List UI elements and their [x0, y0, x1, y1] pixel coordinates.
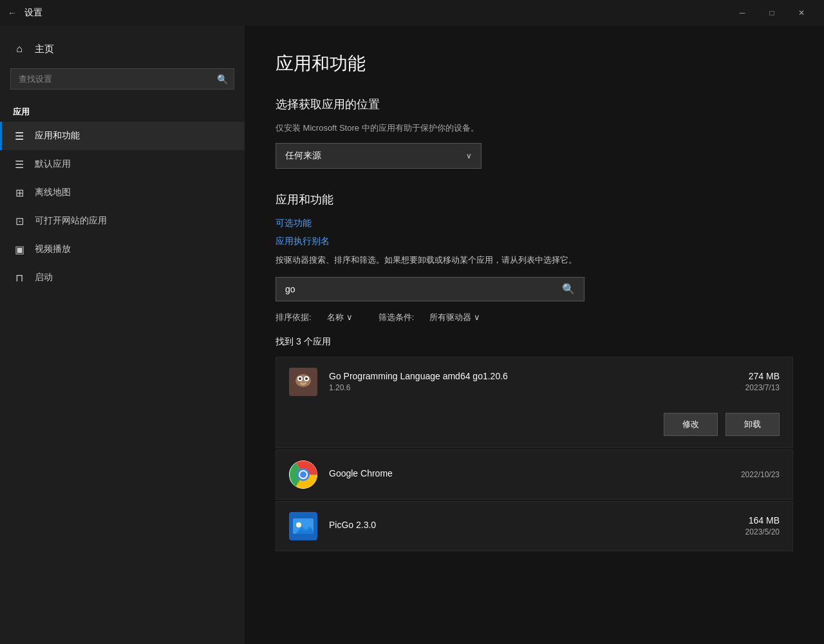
- picgo-app-name: PicGo 2.3.0: [329, 520, 745, 530]
- search-input[interactable]: [10, 68, 234, 90]
- minimize-button[interactable]: ─: [727, 0, 757, 26]
- sidebar-section-label: 应用: [0, 96, 245, 122]
- home-icon: ⌂: [13, 43, 26, 55]
- page-title: 应用和功能: [276, 52, 793, 76]
- app-item-chrome: Google Chrome 2022/10/23: [276, 450, 793, 500]
- go-app-version: 1.20.6: [329, 383, 745, 392]
- body-text: 按驱动器搜索、排序和筛选。如果想要卸载或移动某个应用，请从列表中选择它。: [276, 254, 793, 267]
- results-count: 找到 3 个应用: [276, 336, 793, 348]
- go-app-meta: 274 MB 2023/7/13: [745, 371, 780, 392]
- home-label: 主页: [35, 43, 54, 55]
- app-item-chrome-header[interactable]: Google Chrome 2022/10/23: [276, 450, 792, 499]
- close-button[interactable]: ✕: [787, 0, 816, 26]
- titlebar-title: 设置: [24, 7, 42, 19]
- content-area: 应用和功能 选择获取应用的位置 仅安装 Microsoft Store 中的应用…: [245, 26, 824, 644]
- sidebar-item-video-playback[interactable]: ▣ 视频播放: [0, 235, 245, 263]
- picgo-app-icon: [289, 512, 317, 540]
- svg-rect-7: [301, 382, 305, 383]
- go-uninstall-button[interactable]: 卸载: [726, 413, 780, 436]
- sidebar-item-label: 可打开网站的应用: [35, 215, 107, 227]
- sort-button[interactable]: 名称 ∨: [327, 312, 353, 323]
- source-dropdown[interactable]: 任何来源 ∨: [276, 143, 482, 169]
- main-layout: ⌂ 主页 🔍 应用 ☰ 应用和功能 ☰ 默认应用 ⊞ 离线地图 ⊡ 可打开网站的…: [0, 26, 824, 644]
- sort-value: 名称: [327, 312, 344, 323]
- filter-value: 所有驱动器: [429, 312, 471, 323]
- picgo-app-date: 2023/5/20: [745, 527, 780, 536]
- picgo-app-meta: 164 MB 2023/5/20: [745, 515, 780, 536]
- dropdown-value: 任何来源: [285, 150, 321, 162]
- video-playback-icon: ▣: [13, 243, 26, 256]
- svg-point-5: [305, 377, 308, 380]
- filter-chevron-icon: ∨: [474, 312, 480, 322]
- sort-chevron-icon: ∨: [346, 312, 353, 322]
- go-app-size: 274 MB: [745, 371, 780, 381]
- svg-point-11: [300, 471, 306, 478]
- sidebar-item-label: 默认应用: [35, 158, 71, 170]
- open-websites-icon: ⊡: [13, 214, 26, 227]
- apps-features-icon: ☰: [13, 129, 26, 142]
- app-list: Go Programming Language amd64 go1.20.6 1…: [276, 357, 793, 553]
- sort-filter-row: 排序依据: 名称 ∨ 筛选条件: 所有驱动器 ∨: [276, 312, 793, 323]
- picgo-app-info: PicGo 2.3.0: [329, 520, 745, 532]
- sort-label: 排序依据:: [276, 312, 312, 323]
- app-item-go: Go Programming Language amd64 go1.20.6 1…: [276, 357, 793, 448]
- go-app-info: Go Programming Language amd64 go1.20.6 1…: [329, 371, 745, 392]
- startup-icon: ⊓: [13, 271, 26, 284]
- sidebar-item-open-websites[interactable]: ⊡ 可打开网站的应用: [0, 207, 245, 235]
- titlebar: ← 设置 ─ □ ✕: [0, 0, 824, 26]
- filter-button[interactable]: 所有驱动器 ∨: [429, 312, 480, 323]
- sidebar-item-startup[interactable]: ⊓ 启动: [0, 263, 245, 292]
- svg-point-14: [296, 522, 301, 527]
- go-modify-button[interactable]: 修改: [664, 413, 718, 436]
- picgo-app-size: 164 MB: [745, 515, 780, 526]
- go-app-actions: 修改 卸载: [276, 406, 792, 448]
- section1-title: 选择获取应用的位置: [276, 97, 793, 112]
- titlebar-left: ← 设置: [8, 7, 42, 19]
- svg-point-4: [299, 377, 301, 380]
- titlebar-right: ─ □ ✕: [727, 0, 816, 26]
- sidebar-search-container: 🔍: [10, 68, 234, 90]
- back-button[interactable]: ←: [8, 8, 17, 18]
- go-app-icon: [289, 368, 317, 396]
- go-app-date: 2023/7/13: [745, 383, 780, 392]
- app-search-input[interactable]: [276, 278, 553, 301]
- sidebar-item-default-apps[interactable]: ☰ 默认应用: [0, 150, 245, 178]
- sidebar-item-label: 应用和功能: [35, 130, 80, 142]
- app-item-go-header[interactable]: Go Programming Language amd64 go1.20.6 1…: [276, 357, 792, 406]
- sidebar-item-label: 视频播放: [35, 243, 71, 255]
- chevron-down-icon: ∨: [466, 151, 472, 160]
- default-apps-icon: ☰: [13, 158, 26, 171]
- sidebar-item-apps-features[interactable]: ☰ 应用和功能: [0, 122, 245, 150]
- app-search-bar: 🔍: [276, 277, 585, 301]
- section1-desc: 仅安装 Microsoft Store 中的应用有助于保护你的设备。: [276, 122, 793, 134]
- app-item-picgo: PicGo 2.3.0 164 MB 2023/5/20: [276, 501, 793, 551]
- chrome-app-meta: 2022/10/23: [741, 470, 780, 479]
- search-icon: 🔍: [217, 74, 228, 84]
- chrome-app-icon: [289, 460, 317, 489]
- filter-label: 筛选条件:: [379, 312, 415, 323]
- chrome-app-info: Google Chrome: [329, 468, 741, 480]
- sidebar-item-offline-maps[interactable]: ⊞ 离线地图: [0, 178, 245, 207]
- app-search-icon[interactable]: 🔍: [553, 278, 584, 300]
- app-item-picgo-header[interactable]: PicGo 2.3.0 164 MB 2023/5/20: [276, 502, 792, 551]
- section2-title: 应用和功能: [276, 192, 793, 207]
- sidebar-home-button[interactable]: ⌂ 主页: [0, 36, 245, 62]
- maximize-button[interactable]: □: [757, 0, 787, 26]
- sidebar: ⌂ 主页 🔍 应用 ☰ 应用和功能 ☰ 默认应用 ⊞ 离线地图 ⊡ 可打开网站的…: [0, 26, 245, 644]
- app-execution-alias-link[interactable]: 应用执行别名: [276, 236, 793, 247]
- go-app-name: Go Programming Language amd64 go1.20.6: [329, 371, 745, 381]
- sidebar-item-label: 启动: [35, 272, 53, 283]
- chrome-app-name: Google Chrome: [329, 468, 741, 478]
- sidebar-item-label: 离线地图: [35, 187, 71, 198]
- optional-features-link[interactable]: 可选功能: [276, 218, 793, 229]
- chrome-app-date: 2022/10/23: [741, 470, 780, 479]
- offline-maps-icon: ⊞: [13, 186, 26, 199]
